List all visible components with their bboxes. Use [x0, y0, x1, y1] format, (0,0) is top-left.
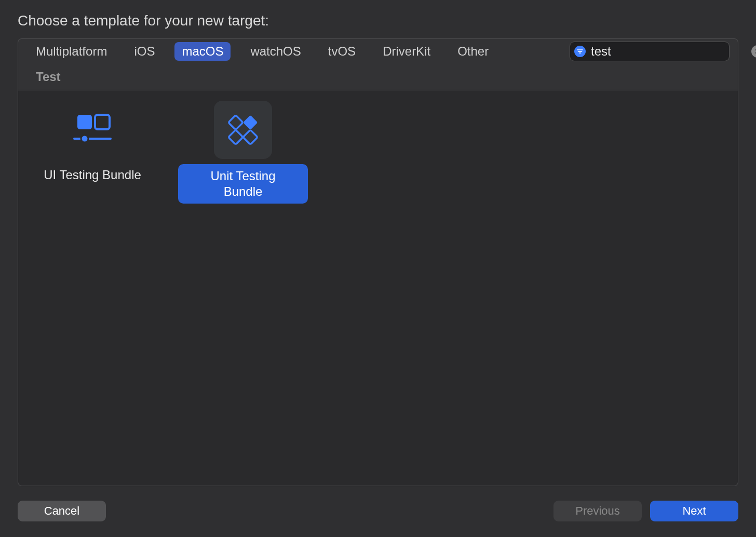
tab-tvos[interactable]: tvOS — [321, 42, 363, 61]
clear-search-button[interactable] — [751, 45, 756, 58]
svg-rect-10 — [228, 130, 243, 144]
section-header-test: Test — [18, 64, 738, 90]
template-unit-testing-bundle[interactable]: Unit Testing Bundle — [178, 101, 308, 204]
filter-icon — [574, 46, 586, 57]
tab-other[interactable]: Other — [450, 42, 496, 61]
svg-point-8 — [81, 135, 88, 142]
platform-toolbar: Multiplatform iOS macOS watchOS tvOS Dri… — [18, 38, 738, 64]
unit-testing-icon — [214, 101, 272, 159]
template-label: Unit Testing Bundle — [178, 164, 308, 204]
sheet-title: Choose a template for your new target: — [18, 12, 738, 29]
template-list: Test UI Testing Bundle — [18, 64, 738, 486]
new-target-sheet: Choose a template for your new target: M… — [0, 0, 756, 537]
svg-rect-12 — [243, 130, 258, 144]
ui-testing-icon — [63, 101, 122, 159]
template-label: UI Testing Bundle — [35, 164, 150, 186]
filter-search-field[interactable] — [570, 42, 730, 61]
template-grid: UI Testing Bundle Unit Testing Bundle — [18, 90, 738, 214]
tab-multiplatform[interactable]: Multiplatform — [29, 42, 114, 61]
tab-watchos[interactable]: watchOS — [243, 42, 308, 61]
svg-rect-6 — [95, 115, 110, 129]
svg-rect-9 — [243, 115, 258, 130]
template-ui-testing-bundle[interactable]: UI Testing Bundle — [28, 101, 157, 186]
sheet-footer: Cancel Previous Next — [18, 501, 738, 521]
tab-driverkit[interactable]: DriverKit — [375, 42, 438, 61]
platform-tabs: Multiplatform iOS macOS watchOS tvOS Dri… — [29, 42, 570, 61]
next-button[interactable]: Next — [650, 501, 738, 521]
previous-button[interactable]: Previous — [554, 501, 642, 521]
tab-macos[interactable]: macOS — [174, 42, 231, 61]
svg-rect-11 — [228, 115, 243, 130]
svg-rect-5 — [77, 115, 92, 129]
tab-ios[interactable]: iOS — [127, 42, 162, 61]
cancel-button[interactable]: Cancel — [18, 501, 106, 521]
filter-input[interactable] — [591, 44, 746, 59]
